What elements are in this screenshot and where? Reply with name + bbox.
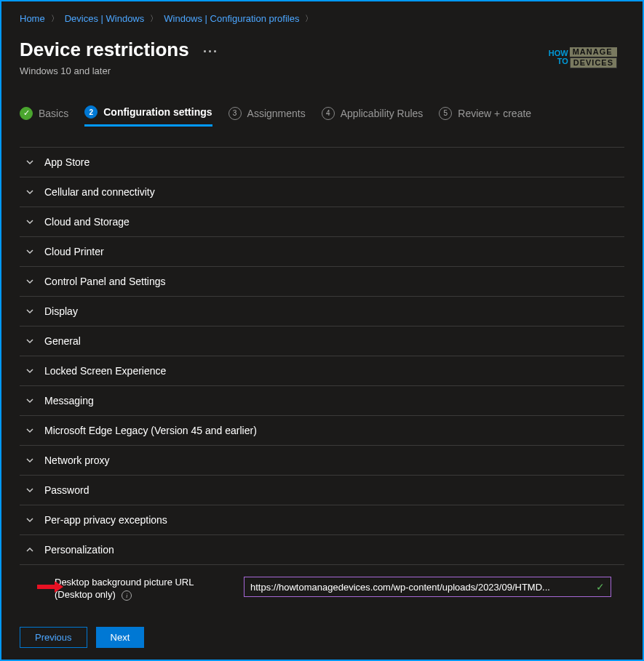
chevron-down-icon: [25, 396, 34, 405]
page-subtitle: Windows 10 and later: [20, 65, 218, 76]
chevron-up-icon: [25, 545, 34, 554]
more-icon[interactable]: ···: [203, 44, 218, 59]
arrow-right-icon: [37, 580, 63, 597]
watermark-logo: HOW TO MANAGE DEVICES: [549, 46, 617, 68]
setting-desktop-background-url: Desktop background picture URL (Desktop …: [20, 565, 624, 608]
chevron-down-icon: [25, 158, 34, 167]
accordion-label: Cloud Printer: [44, 246, 104, 257]
accordion-app-store[interactable]: App Store: [20, 148, 624, 177]
accordion-locked-screen[interactable]: Locked Screen Experience: [20, 356, 624, 386]
chevron-right-icon: 〉: [150, 13, 158, 24]
accordion-per-app-privacy[interactable]: Per-app privacy exceptions: [20, 505, 624, 535]
tab-review-create[interactable]: 5 Review + create: [439, 107, 531, 126]
chevron-down-icon: [25, 277, 34, 286]
chevron-down-icon: [25, 247, 34, 256]
breadcrumb-home[interactable]: Home: [20, 13, 45, 24]
chevron-right-icon: 〉: [51, 13, 59, 24]
accordion-cloud-printer[interactable]: Cloud Printer: [20, 237, 624, 267]
accordion-label: General: [44, 335, 81, 347]
check-icon: ✓: [596, 581, 605, 593]
accordion-messaging[interactable]: Messaging: [20, 386, 624, 416]
tab-configuration-settings[interactable]: 2 Configuration settings: [84, 105, 212, 127]
tab-applicability-rules[interactable]: 4 Applicability Rules: [322, 107, 424, 126]
breadcrumb-config-profiles[interactable]: Windows | Configuration profiles: [164, 13, 299, 24]
desktop-background-url-input[interactable]: https://howtomanagedevices.com/wp-conten…: [244, 577, 611, 597]
accordion-edge-legacy[interactable]: Microsoft Edge Legacy (Version 45 and ea…: [20, 416, 624, 446]
previous-button[interactable]: Previous: [20, 627, 87, 648]
accordion-label: Cellular and connectivity: [44, 186, 155, 198]
accordion-personalization[interactable]: Personalization: [20, 535, 624, 565]
accordion-label: Per-app privacy exceptions: [44, 514, 167, 526]
chevron-down-icon: [25, 456, 34, 465]
chevron-down-icon: [25, 366, 34, 375]
svg-marker-1: [55, 581, 63, 593]
tab-label: Applicability Rules: [341, 108, 424, 119]
setting-label: Desktop background picture URL: [55, 577, 229, 588]
chevron-right-icon: 〉: [305, 13, 313, 24]
accordion-label: Locked Screen Experience: [44, 365, 166, 377]
accordion-label: Personalization: [44, 544, 114, 556]
accordion-general[interactable]: General: [20, 327, 624, 356]
accordion-label: Microsoft Edge Legacy (Version 45 and ea…: [44, 425, 257, 436]
input-value: https://howtomanagedevices.com/wp-conten…: [250, 582, 550, 593]
accordion-label: Password: [44, 484, 89, 496]
step-number-icon: 2: [84, 105, 98, 119]
accordion-label: Network proxy: [44, 454, 109, 466]
breadcrumb-devices-windows[interactable]: Devices | Windows: [65, 13, 145, 24]
accordion-display[interactable]: Display: [20, 297, 624, 327]
breadcrumb: Home 〉 Devices | Windows 〉 Windows | Con…: [20, 9, 624, 39]
chevron-down-icon: [25, 516, 34, 524]
info-icon[interactable]: i: [122, 590, 132, 601]
accordion-label: Messaging: [44, 395, 94, 406]
settings-accordion: App Store Cellular and connectivity Clou…: [20, 147, 624, 565]
chevron-down-icon: [25, 307, 34, 316]
wizard-tabs: ✓ Basics 2 Configuration settings 3 Assi…: [20, 105, 624, 132]
tab-label: Assignments: [247, 108, 306, 119]
accordion-label: Cloud and Storage: [44, 216, 130, 228]
chevron-down-icon: [25, 217, 34, 226]
chevron-down-icon: [25, 426, 34, 435]
accordion-label: Control Panel and Settings: [44, 276, 166, 287]
chevron-down-icon: [25, 337, 34, 345]
check-icon: ✓: [20, 107, 33, 120]
page-title: Device restrictions ···: [20, 39, 218, 61]
accordion-label: App Store: [44, 156, 90, 168]
accordion-control-panel[interactable]: Control Panel and Settings: [20, 267, 624, 297]
tab-basics[interactable]: ✓ Basics: [20, 107, 68, 126]
setting-sublabel: (Desktop only): [55, 589, 116, 600]
tab-assignments[interactable]: 3 Assignments: [228, 107, 306, 126]
accordion-password[interactable]: Password: [20, 476, 624, 505]
chevron-down-icon: [25, 188, 34, 196]
wizard-footer: Previous Next: [20, 627, 144, 648]
accordion-cellular[interactable]: Cellular and connectivity: [20, 177, 624, 207]
accordion-cloud-storage[interactable]: Cloud and Storage: [20, 207, 624, 237]
accordion-label: Display: [44, 305, 78, 317]
step-number-icon: 4: [322, 107, 335, 120]
tab-label: Basics: [39, 108, 68, 119]
step-number-icon: 3: [228, 107, 242, 120]
accordion-network-proxy[interactable]: Network proxy: [20, 446, 624, 476]
tab-label: Configuration settings: [103, 106, 212, 118]
chevron-down-icon: [25, 486, 34, 494]
tab-label: Review + create: [458, 108, 531, 119]
step-number-icon: 5: [439, 107, 452, 120]
next-button[interactable]: Next: [96, 627, 145, 648]
